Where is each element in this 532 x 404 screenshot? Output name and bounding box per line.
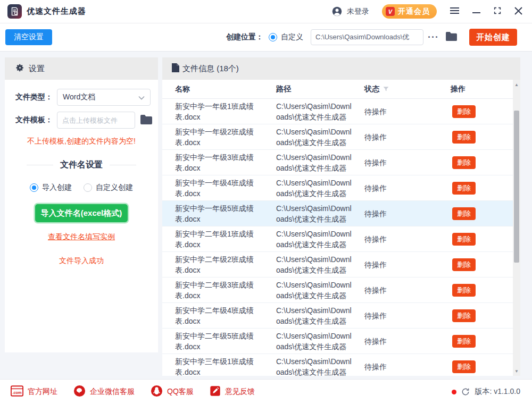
close-button[interactable] <box>514 5 522 18</box>
delete-button[interactable]: 删除 <box>452 360 476 373</box>
file-path-cell: C:\Users\Qasim\Downloads\优速文件生成器 <box>276 303 352 328</box>
delete-button[interactable]: 删除 <box>452 284 476 297</box>
table-row[interactable]: 新安中学一年级3班成绩表.docxC:\Users\Qasim\Download… <box>162 150 520 175</box>
browse-more-button[interactable]: ··· <box>428 32 439 43</box>
file-table: 名称 路径 状态 操作 新安中学一年级1班成绩表.docxC:\Users\Qa… <box>162 80 520 376</box>
delete-button[interactable]: 删除 <box>452 131 476 144</box>
custom-create-radio[interactable]: 自定义创建 <box>84 183 133 192</box>
file-status-cell: 待操作 <box>364 252 444 277</box>
table-row[interactable]: 新安中学一年级5班成绩表.docxC:\Users\Qasim\Download… <box>162 201 520 226</box>
minimize-icon <box>472 7 480 15</box>
table-row[interactable]: 新安中学二年级4班成绩表.docxC:\Users\Qasim\Download… <box>162 303 520 329</box>
table-scrollbar[interactable]: ▲ ▼ <box>513 80 520 376</box>
file-path-cell: C:\Users\Qasim\Downloads\优速文件生成器 <box>276 252 352 277</box>
file-path-cell: C:\Users\Qasim\Downloads\优速文件生成器 <box>276 329 352 354</box>
file-status-cell: 待操作 <box>364 201 444 226</box>
delete-button[interactable]: 删除 <box>452 156 476 169</box>
table-row[interactable]: 新安中学一年级1班成绩表.docxC:\Users\Qasim\Download… <box>162 99 520 124</box>
file-status-cell: 待操作 <box>364 124 444 149</box>
app-window: 优速文件生成器 未登录 V 开通会员 清 <box>0 0 532 404</box>
user-avatar-icon[interactable] <box>331 6 343 17</box>
file-path-cell: C:\Users\Qasim\Downloads\优速文件生成器 <box>276 277 352 302</box>
file-status-cell: 待操作 <box>364 277 444 302</box>
document-icon <box>172 63 179 74</box>
file-action-cell: 删除 <box>451 150 509 175</box>
qq-icon <box>151 385 163 399</box>
file-name-cell: 新安中学二年级1班成绩表.docx <box>175 226 254 251</box>
file-name-cell: 新安中学一年级3班成绩表.docx <box>175 150 254 175</box>
import-filenames-button[interactable]: 导入文件名(excel格式) <box>35 204 128 222</box>
delete-button[interactable]: 删除 <box>452 258 476 271</box>
app-title: 优速文件生成器 <box>27 6 86 16</box>
file-name-cell: 新安中学二年级5班成绩表.docx <box>175 329 254 354</box>
wechat-support-link[interactable]: 企业微信客服 <box>73 385 135 399</box>
table-row[interactable]: 新安中学一年级4班成绩表.docxC:\Users\Qasim\Download… <box>162 175 520 201</box>
settings-panel-title: 设置 <box>29 64 45 74</box>
table-row[interactable]: 新安中学三年级1班成绩表.docxC:\Users\Qasim\Download… <box>162 354 520 376</box>
start-create-button[interactable]: 开始创建 <box>469 29 517 46</box>
delete-button[interactable]: 删除 <box>452 233 476 246</box>
qq-support-link[interactable]: QQ客服 <box>151 385 194 399</box>
file-type-label: 文件类型： <box>15 92 57 102</box>
template-upload-input[interactable] <box>57 112 135 129</box>
file-path-cell: C:\Users\Qasim\Downloads\优速文件生成器 <box>276 150 352 175</box>
open-folder-button[interactable] <box>445 31 458 43</box>
table-row[interactable]: 新安中学二年级2班成绩表.docxC:\Users\Qasim\Download… <box>162 252 520 277</box>
delete-button[interactable]: 删除 <box>452 335 476 348</box>
template-label: 文件模板： <box>15 115 57 125</box>
refresh-icon[interactable] <box>461 388 470 396</box>
file-action-cell: 删除 <box>451 99 509 124</box>
minimize-button[interactable] <box>472 5 480 18</box>
filename-example-link[interactable]: 查看文件名填写实例 <box>5 232 158 242</box>
custom-location-radio-label: 自定义 <box>281 32 303 42</box>
official-website-link[interactable]: .com 官方网址 <box>11 385 57 398</box>
file-action-cell: 删除 <box>451 354 509 376</box>
column-header-status: 状态 <box>364 80 444 98</box>
file-path-cell: C:\Users\Qasim\Downloads\优速文件生成器 <box>276 99 352 124</box>
scroll-up-arrow-icon[interactable]: ▲ <box>513 81 520 88</box>
output-path-input[interactable] <box>311 29 423 45</box>
menu-button[interactable] <box>450 5 460 18</box>
maximize-button[interactable] <box>493 5 502 18</box>
import-success-text: 文件导入成功 <box>5 256 158 266</box>
file-type-select[interactable]: Word文档 <box>57 89 151 106</box>
delete-button[interactable]: 删除 <box>452 105 476 118</box>
filename-section-title: 文件名设置 <box>60 159 103 171</box>
table-row[interactable]: 新安中学二年级5班成绩表.docxC:\Users\Qasim\Download… <box>162 329 520 354</box>
delete-button[interactable]: 删除 <box>452 207 476 220</box>
file-name-cell: 新安中学二年级3班成绩表.docx <box>175 277 254 302</box>
table-row[interactable]: 新安中学二年级1班成绩表.docxC:\Users\Qasim\Download… <box>162 226 520 252</box>
file-name-cell: 新安中学二年级2班成绩表.docx <box>175 252 254 277</box>
filter-icon[interactable] <box>383 86 389 92</box>
import-create-radio[interactable]: 导入创建 <box>30 183 72 192</box>
footer: .com 官方网址 企业微信客服 QQ客服 意见反馈 版本: v1.1.0.0 <box>0 379 532 404</box>
file-path-cell: C:\Users\Qasim\Downloads\优速文件生成器 <box>276 226 352 251</box>
file-name-cell: 新安中学三年级1班成绩表.docx <box>175 354 254 376</box>
vip-upgrade-button[interactable]: V 开通会员 <box>382 4 437 19</box>
template-warning-text: 不上传模板,创建的文件内容为空! <box>5 137 158 146</box>
login-status[interactable]: 未登录 <box>347 7 369 16</box>
maximize-icon <box>493 6 502 16</box>
file-name-cell: 新安中学一年级4班成绩表.docx <box>175 175 254 200</box>
file-path-cell: C:\Users\Qasim\Downloads\优速文件生成器 <box>276 201 352 226</box>
template-browse-button[interactable] <box>140 114 153 127</box>
chevron-down-icon <box>138 92 145 102</box>
version-label: 版本: v1.1.0.0 <box>475 387 520 397</box>
delete-button[interactable]: 删除 <box>452 309 476 322</box>
scroll-down-arrow-icon[interactable]: ▼ <box>513 367 520 375</box>
vip-icon: V <box>386 7 395 16</box>
file-action-cell: 删除 <box>451 124 509 149</box>
radio-selected-icon <box>30 183 38 192</box>
file-name-cell: 新安中学一年级2班成绩表.docx <box>175 124 254 149</box>
file-info-title: 文件信息 (18个) <box>182 64 239 74</box>
column-header-action: 操作 <box>451 80 509 98</box>
folder-icon <box>140 114 153 127</box>
custom-location-radio[interactable] <box>269 33 277 41</box>
table-row[interactable]: 新安中学二年级3班成绩表.docxC:\Users\Qasim\Download… <box>162 277 520 303</box>
feedback-icon <box>210 385 221 398</box>
clear-settings-button[interactable]: 清空设置 <box>5 29 52 45</box>
table-row[interactable]: 新安中学一年级2班成绩表.docxC:\Users\Qasim\Download… <box>162 124 520 150</box>
feedback-link[interactable]: 意见反馈 <box>210 385 255 398</box>
scrollbar-thumb[interactable] <box>514 111 519 263</box>
delete-button[interactable]: 删除 <box>452 182 476 195</box>
